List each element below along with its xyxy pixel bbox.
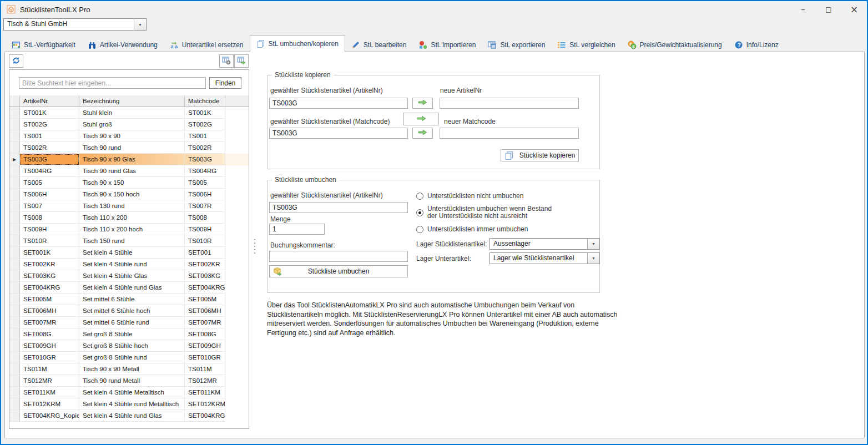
cell-artikelnr[interactable]: TS005 — [20, 177, 79, 189]
copy-stueckliste-button[interactable]: Stückliste kopieren — [501, 149, 579, 161]
cell-matchcode[interactable]: TS009H — [185, 224, 225, 235]
cell-matchcode[interactable]: SET001 — [185, 247, 225, 259]
column-header[interactable]: ArtikelNr — [20, 95, 79, 107]
column-header[interactable]: Matchcode — [185, 95, 225, 107]
cell-bezeichnung[interactable]: Tisch 150 rund — [79, 235, 185, 247]
source-artikelnr-input[interactable] — [269, 98, 408, 109]
new-artikelnr-input[interactable] — [440, 98, 579, 109]
cell-bezeichnung[interactable]: Set klein 4 Stühle rund Glas — [79, 410, 185, 422]
source-matchcode-input[interactable] — [269, 128, 408, 139]
cell-matchcode[interactable]: SET012KRM — [185, 398, 225, 410]
cell-bezeichnung[interactable]: Stuhl groß — [79, 119, 185, 130]
cell-matchcode[interactable]: TS005 — [185, 177, 225, 189]
tab-info-lizenz[interactable]: ?Info/Lizenz — [728, 37, 785, 52]
cell-artikelnr[interactable]: TS001 — [20, 130, 79, 142]
tab-stl-importieren[interactable]: StL importieren — [412, 37, 482, 52]
transfer-matchcode-button[interactable] — [412, 128, 433, 139]
cell-artikelnr[interactable]: TS002R — [20, 142, 79, 154]
tab-preis-gewichtaktualisierung[interactable]: €$Preis/Gewichtaktualisierung — [622, 37, 728, 52]
cell-bezeichnung[interactable]: Set klein 4 Stühle rund — [79, 259, 185, 270]
cell-matchcode[interactable]: TS011M — [185, 363, 225, 375]
refresh-button[interactable] — [9, 54, 23, 68]
cell-artikelnr[interactable]: SET004KRG_Kopie — [20, 410, 79, 422]
transfer-matchcode-wide-button[interactable] — [403, 113, 439, 125]
cell-artikelnr[interactable]: ST002G — [20, 119, 79, 130]
cell-matchcode[interactable]: TS003G — [185, 154, 225, 165]
cell-artikelnr[interactable]: TS004RG — [20, 165, 79, 177]
cell-bezeichnung[interactable]: Tisch 90 rund Metall — [79, 375, 185, 387]
cell-matchcode[interactable]: ST001K — [185, 107, 225, 119]
grid-settings-button[interactable] — [219, 54, 234, 68]
cell-matchcode[interactable]: TS002R — [185, 142, 225, 154]
cell-matchcode[interactable]: SET005M — [185, 294, 225, 305]
cell-matchcode[interactable]: SET006MH — [185, 305, 225, 317]
cell-artikelnr[interactable]: SET006MH — [20, 305, 79, 317]
cell-artikelnr[interactable]: SET002KR — [20, 259, 79, 270]
tab-stl-vergleichen[interactable]: StL vergleichen — [551, 37, 621, 52]
cell-artikelnr[interactable]: TS007 — [20, 200, 79, 212]
cell-bezeichnung[interactable]: Tisch 130 rund — [79, 200, 185, 212]
tab-stl-verfügbarkeit[interactable]: StL-Verfügbarkeit — [6, 37, 82, 52]
cell-matchcode[interactable]: SET003KG — [185, 270, 225, 282]
cell-bezeichnung[interactable]: Tisch 90 x 90 Metall — [79, 363, 185, 375]
cell-bezeichnung[interactable]: Set klein 4 Stühle rund Metalltisch — [79, 398, 185, 410]
cell-matchcode[interactable]: TS007R — [185, 200, 225, 212]
cell-bezeichnung[interactable]: Tisch 90 x 90 Glas — [79, 154, 185, 165]
grid-export-button[interactable] — [234, 54, 249, 68]
cell-bezeichnung[interactable]: Tisch 90 x 150 hoch — [79, 189, 185, 200]
chevron-down-icon[interactable]: ▼ — [134, 19, 146, 30]
search-input[interactable] — [19, 77, 206, 89]
new-matchcode-input[interactable] — [440, 128, 579, 139]
cell-artikelnr[interactable]: SET004KRG — [20, 282, 79, 294]
buchungskommentar-input[interactable] — [269, 251, 408, 262]
cell-artikelnr[interactable]: TS003G — [20, 154, 79, 165]
cell-bezeichnung[interactable]: Set klein 4 Stühle rund Glas — [79, 282, 185, 294]
cell-matchcode[interactable]: SET010GR — [185, 352, 225, 363]
cell-bezeichnung[interactable]: Set mittel 6 Stühle rund — [79, 317, 185, 328]
chevron-down-icon[interactable]: ▼ — [587, 253, 599, 264]
cell-bezeichnung[interactable]: Set mittel 6 Stühle — [79, 294, 185, 305]
cell-artikelnr[interactable]: SET003KG — [20, 270, 79, 282]
cell-bezeichnung[interactable]: Set groß 8 Stühle — [79, 328, 185, 340]
chevron-down-icon[interactable]: ▼ — [587, 239, 599, 249]
lager-stueckliste-select[interactable]: Aussenlager ▼ — [489, 238, 600, 250]
tab-stl-bearbeiten[interactable]: StL bearbeiten — [345, 37, 413, 52]
lager-unterartikel-select[interactable]: Lager wie Stücklistenartikel ▼ — [489, 252, 600, 264]
column-header[interactable]: Bezeichnung — [79, 95, 185, 107]
cell-artikelnr[interactable]: SET007MR — [20, 317, 79, 328]
cell-matchcode[interactable]: ST002G — [185, 119, 225, 130]
cell-artikelnr[interactable]: ST001K — [20, 107, 79, 119]
cell-artikelnr[interactable]: SET010GR — [20, 352, 79, 363]
cell-bezeichnung[interactable]: Tisch 90 rund — [79, 142, 185, 154]
cell-bezeichnung[interactable]: Tisch 90 rund Glas — [79, 165, 185, 177]
tab-unterartikel-ersetzen[interactable]: aaUnterartikel ersetzen — [164, 37, 250, 52]
panel-splitter[interactable] — [253, 239, 256, 254]
cell-matchcode[interactable]: SET004KRG... — [185, 410, 225, 422]
transfer-artikelnr-button[interactable] — [412, 98, 433, 109]
cell-artikelnr[interactable]: TS008 — [20, 212, 79, 224]
cell-matchcode[interactable]: TS004RG — [185, 165, 225, 177]
cell-bezeichnung[interactable]: Set mittel 6 Stühle hoch — [79, 305, 185, 317]
menge-input[interactable] — [269, 224, 325, 235]
cell-matchcode[interactable]: SET002KR — [185, 259, 225, 270]
company-select[interactable]: Tisch & Stuhl GmbH ▼ — [3, 18, 147, 31]
minimize-button[interactable]: – — [790, 1, 816, 18]
cell-bezeichnung[interactable]: Stuhl klein — [79, 107, 185, 119]
cell-bezeichnung[interactable]: Tisch 90 x 90 — [79, 130, 185, 142]
cell-matchcode[interactable]: SET011KM — [185, 387, 225, 398]
tab-artikel-verwendung[interactable]: Artikel-Verwendung — [82, 37, 164, 52]
cell-matchcode[interactable]: TS010R — [185, 235, 225, 247]
cell-matchcode[interactable]: TS008 — [185, 212, 225, 224]
cell-matchcode[interactable]: SET008G — [185, 328, 225, 340]
cell-bezeichnung[interactable]: Set klein 4 Stühle Glas — [79, 270, 185, 282]
cell-matchcode[interactable]: TS006H — [185, 189, 225, 200]
cell-matchcode[interactable]: TS012MR — [185, 375, 225, 387]
cell-bezeichnung[interactable]: Tisch 90 x 150 — [79, 177, 185, 189]
cell-artikelnr[interactable]: SET005M — [20, 294, 79, 305]
cell-artikelnr[interactable]: TS009H — [20, 224, 79, 235]
rebook-artikelnr-input[interactable] — [269, 202, 408, 213]
radio-umbuchen-wenn-bestand[interactable]: Unterstücklisten umbuchen wenn Bestand d… — [416, 205, 552, 220]
cell-matchcode[interactable]: SET007MR — [185, 317, 225, 328]
cell-bezeichnung[interactable]: Set groß 8 Stühle rund — [79, 352, 185, 363]
cell-artikelnr[interactable]: TS012MR — [20, 375, 79, 387]
